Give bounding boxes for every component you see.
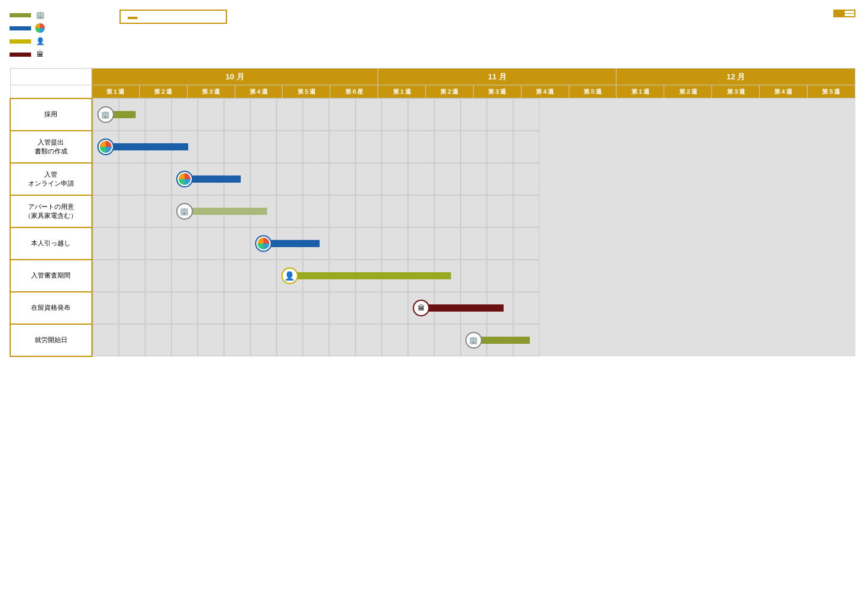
cell-r0-c3 [171,98,198,131]
month-header-2: 12 月 [616,69,855,85]
cell-r1-c4 [198,131,224,163]
cell-r2-c10 [355,163,382,195]
cell-r6-c7 [277,292,303,324]
legend-bar-company [10,13,31,17]
legend-bar-makewan [10,26,31,30]
bar-icon-r6: 🏛 [413,300,430,316]
cell-r1-c15 [487,131,513,163]
cell-r7-c8 [303,324,329,356]
cell-r3-c15 [487,195,513,227]
staff-label [128,17,137,19]
week-header-row: 第１週第２週第３週第４週第５週第６星第１週第２週第３週第４週第５週第１週第２週第… [10,85,855,98]
cell-r0-c8 [303,98,329,131]
month-header-1: 11 月 [378,69,616,85]
legend-icon-person: 👤 [35,36,45,47]
join-date-row [835,14,855,17]
cell-r5-c2 [145,260,171,292]
cell-r6-c2 [145,292,171,324]
bar-r6 [425,304,504,312]
cell-r7-c2 [145,324,171,356]
week-header-13: 第３週 [712,85,760,98]
cell-r3-c9 [329,195,355,227]
cell-r6-c0 [93,292,119,324]
bar-icon-r2 [176,171,193,187]
cell-r6-c11 [382,292,408,324]
row-label-2: 入管オンライン申請 [10,163,92,195]
bar-icon-r3: 🏢 [176,203,193,220]
cell-r1-c9 [329,131,355,163]
week-header-9: 第４週 [521,85,569,98]
cell-r3-c14 [461,195,487,227]
cell-r5-c1 [119,260,145,292]
gantt-row-2: 入管オンライン申請 [10,163,855,195]
bar-icon-r5: 👤 [281,267,298,284]
bar-icon-r0: 🏢 [97,106,114,123]
cell-r5-c3 [171,260,198,292]
cell-r7-c7 [277,324,303,356]
cell-r3-c8 [303,195,329,227]
week-header-8: 第３週 [473,85,521,98]
cell-r1-c5 [224,131,250,163]
gantt-cells-row-6: 🏛 [92,292,855,324]
cell-r7-c1 [119,324,145,356]
legend-icon-makewan [35,23,45,33]
legend-item-makewan [10,23,81,33]
row-label-6: 在留資格発布 [10,292,92,324]
cell-r0-c10 [355,98,382,131]
legend-item-immigration: 🏛 [10,49,81,60]
cell-r2-c7 [277,163,303,195]
cell-r0-c14 [461,98,487,131]
month-header-row: 10 月11 月12 月 [10,69,855,85]
bar-icon-r7: 🏢 [465,332,482,349]
cell-r2-c14 [461,163,487,195]
gantt-row-4: 本人引っ越し [10,227,855,260]
cell-r5-c15 [487,260,513,292]
cell-r7-c5 [224,324,250,356]
cell-r3-c1 [119,195,145,227]
cell-r4-c9 [329,227,355,260]
legend-item-person: 👤 [10,36,81,47]
cell-r1-c6 [250,131,277,163]
cell-r7-c12 [408,324,434,356]
cell-r4-c10 [355,227,382,260]
right-info [833,10,855,17]
cell-r7-c9 [329,324,355,356]
cell-r4-c11 [382,227,408,260]
gantt-row-5: 入管審査期間👤 [10,260,855,292]
gantt-cells-row-0: 🏢 [92,98,855,131]
join-date-label [835,14,845,17]
row-label-4: 本人引っ越し [10,227,92,260]
legend: 🏢 👤 🏛 [10,10,81,60]
bar-r3 [188,208,267,215]
cell-r6-c16 [513,292,539,324]
cell-r2-c8 [303,163,329,195]
center-box [119,10,227,24]
cell-r0-c6 [250,98,277,131]
cell-r0-c16 [513,98,539,131]
cell-r6-c3 [171,292,198,324]
cell-r6-c9 [329,292,355,324]
bar-r2 [188,175,241,183]
bar-r5 [293,272,451,279]
week-header-1: 第２週 [139,85,187,98]
gantt-cells-row-5: 👤 [92,260,855,292]
cell-r6-c8 [303,292,329,324]
cell-r1-c16 [513,131,539,163]
week-header-14: 第４週 [760,85,808,98]
bar-icon-r1 [97,138,114,155]
cell-r1-c12 [408,131,434,163]
gantt-cells-row-4 [92,227,855,260]
cell-r0-c4 [198,98,224,131]
cell-r4-c5 [224,227,250,260]
cell-r4-c12 [408,227,434,260]
cell-r7-c4 [198,324,224,356]
cell-r0-c5 [224,98,250,131]
header-empty [10,69,92,85]
cell-r0-c7 [277,98,303,131]
cell-r6-c5 [224,292,250,324]
week-header-2: 第３週 [187,85,235,98]
top-section: 🏢 👤 🏛 [10,10,855,60]
cell-r1-c14 [461,131,487,163]
legend-icon-immigration: 🏛 [35,49,45,60]
cell-r6-c6 [250,292,277,324]
